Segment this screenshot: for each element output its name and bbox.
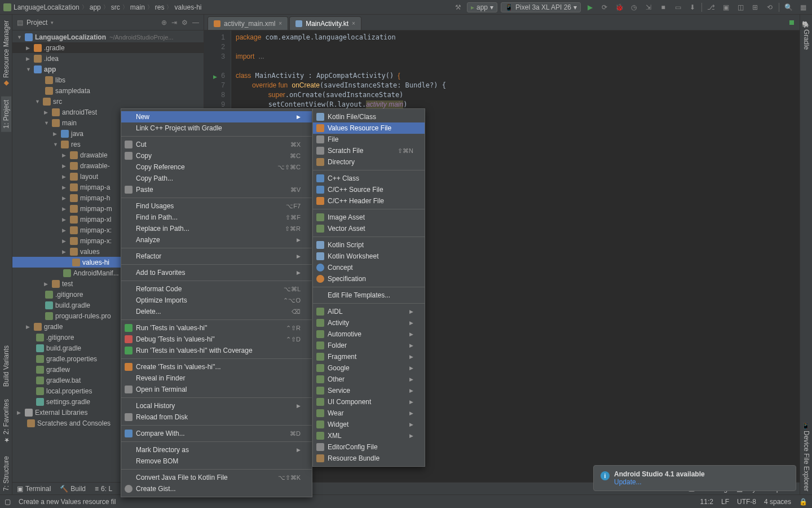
editor-tab[interactable]: activity_main.xml× <box>208 16 288 30</box>
status-line-ending[interactable]: LF <box>721 498 729 506</box>
menu-item-ui-component[interactable]: UI Component▶ <box>313 396 425 408</box>
menu-item-reveal-finder[interactable]: Reveal in Finder <box>121 373 312 384</box>
hide-icon[interactable]: — <box>192 19 199 27</box>
sync-icon[interactable]: ⟲ <box>764 2 775 13</box>
breadcrumb[interactable]: main <box>130 3 145 11</box>
sidebar-tab-project[interactable]: 1: Project <box>1 97 11 132</box>
menu-item-other[interactable]: Other▶ <box>313 374 425 385</box>
menu-item-link-cpp[interactable]: Link C++ Project with Gradle <box>121 122 312 134</box>
sidebar-tab-resource-manager[interactable]: ◆ Resource Manager <box>1 17 11 91</box>
menu-item-coverage-tests[interactable]: Run 'Tests in 'values-hi'' with Coverage <box>121 345 312 356</box>
lock-icon[interactable]: 🔒 <box>799 498 807 506</box>
menu-item-convert-kotlin[interactable]: Convert Java File to Kotlin File⌥⇧⌘K <box>121 472 312 483</box>
menu-item-new[interactable]: New▶ <box>121 111 312 122</box>
menu-item-widget[interactable]: Widget▶ <box>313 419 425 430</box>
status-encoding[interactable]: UTF-8 <box>737 498 756 506</box>
status-position[interactable]: 11:2 <box>700 498 713 506</box>
menu-item-find-usages[interactable]: Find Usages⌥F7 <box>121 200 312 212</box>
breadcrumb[interactable]: res <box>155 3 165 11</box>
menu-item-kotlin-file[interactable]: Kotlin File/Class <box>313 111 425 122</box>
profiler-icon[interactable]: ◷ <box>628 2 639 13</box>
attach-icon[interactable]: ⇲ <box>643 2 654 13</box>
menu-item-debug-tests[interactable]: Debug 'Tests in 'values-hi''⌃⇧D <box>121 334 312 345</box>
status-indent[interactable]: 4 spaces <box>764 498 791 506</box>
layout-icon[interactable]: ⊞ <box>749 2 761 13</box>
collapse-icon[interactable]: ⇥ <box>171 19 177 27</box>
menu-item-paste[interactable]: Paste⌘V <box>121 184 312 195</box>
tree-row[interactable]: ▶.idea <box>12 53 204 64</box>
menu-item-delete[interactable]: Delete...⌫ <box>121 306 312 317</box>
menu-item-wear[interactable]: Wear▶ <box>313 408 425 419</box>
menu-item-copy[interactable]: Copy⌘C <box>121 150 312 161</box>
menu-item-scratch-file[interactable]: Scratch File⇧⌘N <box>313 145 425 156</box>
menu-item-service[interactable]: Service▶ <box>313 385 425 396</box>
bottom-tab-terminal[interactable]: ▣ Terminal <box>17 485 51 493</box>
avd-icon[interactable]: ▭ <box>672 2 683 13</box>
tree-row[interactable]: ▶.gradle <box>12 42 204 53</box>
menu-item-refactor[interactable]: Refactor▶ <box>121 251 312 262</box>
menu-item-replace-in-path[interactable]: Replace in Path...⇧⌘R <box>121 223 312 234</box>
bottom-tab-build[interactable]: 🔨 Build <box>60 485 86 493</box>
menu-item-reload-disk[interactable]: Reload from Disk <box>121 411 312 423</box>
menu-item-activity[interactable]: Activity▶ <box>313 317 425 329</box>
menu-item-open-terminal[interactable]: Open in Terminal <box>121 384 312 395</box>
bottom-tab-logcat[interactable]: ≡ 6: L <box>95 485 112 493</box>
hammer-icon[interactable]: ⚒ <box>452 2 464 13</box>
menu-item-values-resource[interactable]: Values Resource File <box>313 122 425 134</box>
menu-item-create-tests[interactable]: Create 'Tests in 'values-hi''... <box>121 361 312 373</box>
close-icon[interactable]: × <box>279 20 282 27</box>
menu-item-xml[interactable]: XML▶ <box>313 430 425 441</box>
git-icon[interactable]: ⎇ <box>705 2 717 13</box>
sidebar-tab-device-explorer[interactable]: 📱 Device File Explorer <box>801 418 811 494</box>
device-dropdown[interactable]: 📱Pixel 3a XL API 26▾ <box>501 2 581 12</box>
status-ide-icon[interactable]: ▢ <box>5 498 11 506</box>
notification-link[interactable]: Update... <box>614 478 705 486</box>
sidebar-tab-structure[interactable]: 7: Structure <box>1 453 11 494</box>
menu-item-directory[interactable]: Directory <box>313 156 425 168</box>
close-icon[interactable]: × <box>352 20 355 27</box>
tree-row[interactable]: libs <box>12 75 204 85</box>
menu-item-kotlin-worksheet[interactable]: Kotlin Worksheet <box>313 251 425 262</box>
menu-item-image-asset[interactable]: Image Asset <box>313 212 425 223</box>
menu-item-remove-bom[interactable]: Remove BOM <box>121 456 312 467</box>
editor-status-icon[interactable] <box>784 15 800 30</box>
tree-row[interactable]: ▼src <box>12 96 204 107</box>
tree-row[interactable]: sampledata <box>12 85 204 96</box>
stop-icon[interactable]: ■ <box>657 2 669 13</box>
menu-item-cpp-source[interactable]: C/C++ Source File <box>313 184 425 195</box>
tree-row[interactable]: ▼app <box>12 64 204 75</box>
run-icon[interactable]: ▶ <box>584 2 595 13</box>
menu-item-local-history[interactable]: Local History▶ <box>121 400 312 411</box>
tree-row[interactable]: ▼LanguageLocalization~/AndroidStudioProj… <box>12 32 204 42</box>
menu-item-google[interactable]: Google▶ <box>313 362 425 374</box>
menu-item-copy-path[interactable]: Copy Path... <box>121 173 312 184</box>
split-icon[interactable]: ◫ <box>735 2 746 13</box>
menu-item-create-gist[interactable]: Create Gist... <box>121 483 312 494</box>
debug-icon[interactable]: 🐞 <box>614 2 625 13</box>
sidebar-tab-gradle[interactable]: 🐘 Gradle <box>801 17 811 53</box>
apply-changes-icon[interactable]: ⟳ <box>599 2 610 13</box>
breadcrumb[interactable]: LanguageLocalization <box>3 3 80 11</box>
window-icon[interactable]: ▣ <box>720 2 731 13</box>
search-icon[interactable]: 🔍 <box>783 2 794 13</box>
menu-item-compare[interactable]: Compare With...⌘D <box>121 428 312 439</box>
menu-item-folder[interactable]: Folder▶ <box>313 340 425 351</box>
menu-item-copy-reference[interactable]: Copy Reference⌥⇧⌘C <box>121 161 312 173</box>
menu-item-analyze[interactable]: Analyze▶ <box>121 234 312 246</box>
menu-item-find-in-path[interactable]: Find in Path...⇧⌘F <box>121 212 312 223</box>
menu-item-kotlin-script[interactable]: Kotlin Script <box>313 239 425 251</box>
menu-item-vector-asset[interactable]: Vector Asset <box>313 223 425 234</box>
breadcrumb[interactable]: values-hi <box>174 3 201 11</box>
gear-icon[interactable]: ⚙ <box>182 19 188 27</box>
breadcrumb[interactable]: src <box>111 3 120 11</box>
menu-item-concept[interactable]: Concept <box>313 262 425 273</box>
menu-item-cut[interactable]: Cut⌘X <box>121 139 312 150</box>
target-icon[interactable]: ⊕ <box>161 19 167 27</box>
menu-item-edit-templates[interactable]: Edit File Templates... <box>313 290 425 301</box>
notification[interactable]: i Android Studio 4.1 available Update... <box>593 465 796 491</box>
menu-item-aidl[interactable]: AIDL▶ <box>313 306 425 317</box>
menu-item-editorconfig[interactable]: EditorConfig File <box>313 441 425 453</box>
editor-tab-active[interactable]: MainActivity.kt× <box>289 16 361 30</box>
menu-item-automotive[interactable]: Automotive▶ <box>313 329 425 340</box>
menu-item-cpp-header[interactable]: C/C++ Header File <box>313 195 425 207</box>
